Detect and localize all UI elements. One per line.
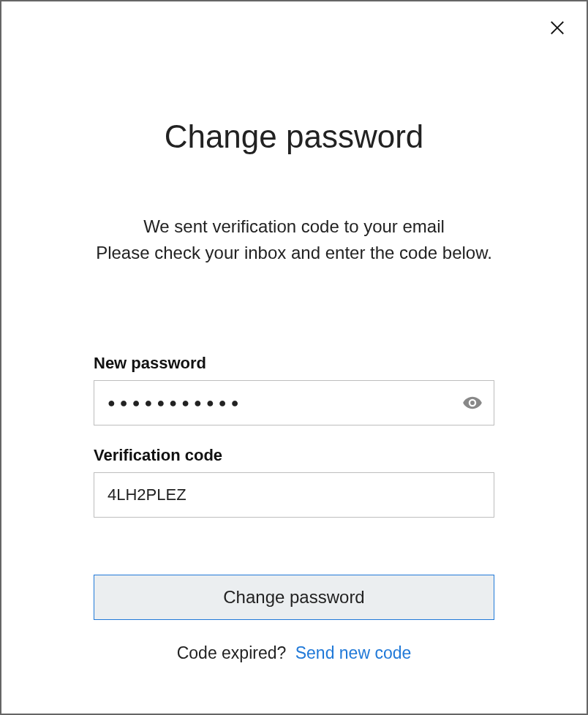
verification-code-input[interactable]	[94, 472, 494, 518]
instructions: We sent verification code to your email …	[96, 213, 492, 266]
instructions-line-2: Please check your inbox and enter the co…	[96, 240, 492, 266]
code-expired-prompt: Code expired?	[177, 643, 287, 662]
new-password-input-wrapper	[94, 380, 494, 425]
footer-line: Code expired? Send new code	[94, 643, 494, 663]
verification-code-label: Verification code	[94, 446, 494, 465]
new-password-label: New password	[94, 354, 494, 373]
dialog-content: Change password We sent verification cod…	[1, 1, 587, 663]
verification-code-group: Verification code	[94, 446, 494, 518]
send-new-code-link[interactable]: Send new code	[295, 643, 412, 662]
close-icon	[549, 20, 565, 36]
toggle-password-visibility-button[interactable]	[459, 390, 486, 416]
change-password-button[interactable]: Change password	[94, 575, 494, 620]
instructions-line-1: We sent verification code to your email	[96, 213, 492, 240]
form-area: New password Verification code Change pa…	[94, 354, 494, 663]
verification-code-input-wrapper	[94, 472, 494, 518]
close-button[interactable]	[544, 15, 570, 41]
eye-icon	[462, 393, 483, 413]
new-password-input[interactable]	[94, 380, 494, 425]
new-password-group: New password	[94, 354, 494, 425]
dialog-title: Change password	[165, 118, 424, 155]
